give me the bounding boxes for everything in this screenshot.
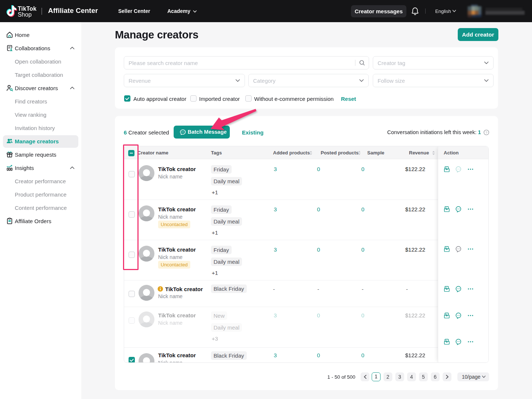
svg-text:?: ? [485,130,487,134]
